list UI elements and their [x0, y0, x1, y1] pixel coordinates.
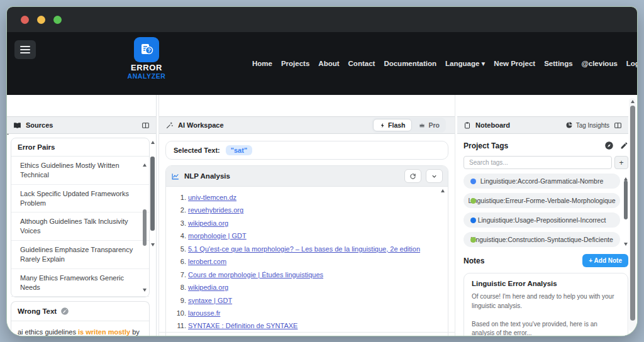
explore-compass-icon[interactable]: [604, 141, 614, 150]
nav-link[interactable]: Settings: [544, 60, 572, 67]
nlp-source-link[interactable]: morphologie | GDT: [188, 232, 247, 240]
nav-links: HomeProjectsAboutContactDocumentationLan…: [252, 32, 638, 95]
zoom-window-button[interactable]: [53, 16, 62, 24]
project-tag[interactable]: Linguistique:Construction-Syntactique-De…: [464, 232, 620, 247]
nlp-source-link[interactable]: SYNTAXE : Définition de SYNTAXE: [188, 322, 297, 329]
brand-name-line1: ERROR: [112, 63, 181, 72]
hamburger-menu-button[interactable]: [14, 40, 36, 59]
nlp-analysis-header: NLP Analysis: [166, 166, 448, 187]
edit-tags-pencil-icon[interactable]: [620, 141, 628, 150]
pie-chart-icon: [565, 121, 573, 129]
notes-title: Notes: [464, 256, 582, 265]
nav-link[interactable]: Logout: [626, 60, 638, 67]
noteboard-title: Noteboard: [475, 121, 510, 129]
refresh-icon: [409, 173, 416, 180]
project-tag[interactable]: Linguistique:Usage-Prepositionnel-Incorr…: [464, 212, 620, 228]
main-content: Sources Error Pairs Ethics Guidelines Mo…: [7, 95, 637, 336]
nlp-source-link[interactable]: wikipedia.org: [188, 219, 228, 227]
nlp-source-link[interactable]: Syntaxe : les règles de construction de …: [188, 335, 404, 336]
window-titlebar: [7, 7, 637, 32]
tag-insights-button[interactable]: Tag Insights: [565, 121, 609, 129]
sources-panel-header: Sources: [7, 116, 156, 134]
nlp-analysis-card: NLP Analysis univ-tlemcen.dzrevuehybride…: [165, 165, 448, 336]
chevron-down-icon: [431, 173, 438, 180]
project-tags-list: Linguistique:Accord-Grammatical-Nombre L…: [464, 174, 628, 247]
project-tag[interactable]: Linguistique:Erreur-Forme-Verbale-Morpho…: [464, 193, 620, 208]
nlp-source-link[interactable]: wikipedia.org: [188, 284, 228, 291]
nav-link[interactable]: Home: [252, 60, 272, 67]
refresh-button[interactable]: [404, 169, 421, 183]
nlp-source-link[interactable]: 5.1 Qu'est-ce que la morphologie? – Les …: [188, 245, 420, 253]
tag-color-dot: [470, 179, 476, 184]
tag-label: Linguistique:Accord-Grammatical-Nombre: [480, 177, 604, 185]
nlp-source-link[interactable]: larousse.fr: [188, 309, 220, 317]
error-pair-item[interactable]: Many Ethics Frameworks Generic Needs: [11, 269, 149, 297]
edit-pencil-circle-icon[interactable]: [60, 307, 69, 316]
wrong-text-paragraph: ai ethics guidelines is writen mostly by…: [11, 321, 149, 336]
tag-color-dot: [470, 237, 476, 243]
add-tag-button[interactable]: +: [614, 156, 628, 169]
magic-wand-icon: [165, 121, 174, 130]
noteboard-body: Project Tags + Lingu: [457, 135, 638, 336]
error-pair-item[interactable]: Although Guidelines Talk Inclusivity Voi…: [11, 212, 149, 241]
note-card[interactable]: Linguistic Error Analysis Of course! I'm…: [464, 273, 628, 336]
wrong-text-title: Wrong Text: [18, 307, 57, 315]
error-pairs-scrollbar[interactable]: [142, 163, 147, 292]
nav-link[interactable]: New Project: [494, 60, 535, 67]
svg-text:?: ?: [147, 47, 150, 53]
nlp-source-link[interactable]: Cours de morphologie | Études linguistiq…: [188, 271, 323, 279]
nav-link[interactable]: @clevious: [582, 60, 618, 67]
ai-workspace-header: AI Workspace Flash Pro: [159, 116, 455, 134]
nav-link[interactable]: Documentation: [384, 60, 436, 67]
nlp-source-item: univ-tlemcen.dz: [188, 193, 435, 203]
tags-list-scrollbar[interactable]: [623, 177, 628, 246]
columns-layout-icon[interactable]: [142, 121, 150, 130]
wrong-text-segment: is writen mostly: [78, 328, 130, 336]
ai-workspace-title: AI Workspace: [178, 121, 224, 129]
error-pair-item[interactable]: Lack Specific Updated Frameworks Problem: [11, 185, 149, 213]
nav-link[interactable]: Projects: [281, 60, 309, 67]
nlp-source-item: syntaxe | GDT: [188, 296, 435, 306]
selected-text-chip[interactable]: "sat": [226, 145, 252, 155]
columns-layout-icon[interactable]: [614, 121, 622, 130]
nav-link[interactable]: Language ▾: [445, 59, 485, 68]
nlp-source-link[interactable]: revuehybrides.org: [188, 206, 243, 214]
add-note-button[interactable]: + Add Note: [582, 254, 628, 267]
nlp-source-link[interactable]: univ-tlemcen.dz: [188, 194, 236, 201]
notes-list: Linguistic Error Analysis Of course! I'm…: [464, 273, 628, 336]
tag-label: Linguistique:Construction-Syntactique-De…: [470, 236, 613, 243]
error-pair-item[interactable]: Ethics Guidelines Mostly Written Technic…: [11, 157, 149, 185]
error-pair-item[interactable]: Guidelines Emphasize Transparency Rarely…: [11, 241, 149, 269]
nav-link[interactable]: Contact: [348, 60, 375, 67]
workspace-bottom-divider: [159, 332, 455, 333]
collapse-button[interactable]: [426, 169, 443, 183]
search-tags-input[interactable]: [464, 156, 612, 169]
sources-panel-scrollbar[interactable]: [150, 141, 155, 246]
error-pairs-title: Error Pairs: [11, 138, 149, 157]
minimize-window-button[interactable]: [37, 16, 45, 24]
project-tag[interactable]: Linguistique:Accord-Grammatical-Nombre: [464, 174, 620, 189]
brand-logo[interactable]: ? ERROR ANALYZER: [112, 37, 181, 80]
nlp-source-item: revuehybrides.org: [188, 206, 435, 216]
flash-mode-button[interactable]: Flash: [373, 119, 412, 131]
noteboard-header: Noteboard Tag Insights: [457, 116, 628, 134]
tag-label: Linguistique:Erreur-Forme-Verbale-Morpho…: [468, 197, 615, 204]
nlp-source-link[interactable]: lerobert.com: [188, 258, 226, 265]
nav-link[interactable]: About: [318, 60, 339, 67]
app-window: ? ERROR ANALYZER HomeProjectsAboutContac…: [6, 6, 638, 336]
main-scrollbar[interactable]: [629, 98, 636, 332]
close-window-button[interactable]: [21, 16, 29, 24]
pro-mode-button[interactable]: Pro: [413, 119, 445, 131]
nlp-analysis-body: univ-tlemcen.dzrevuehybrides.orgwikipedi…: [166, 187, 448, 336]
nlp-source-item: wikipedia.org: [188, 219, 435, 229]
note-body: Of course! I'm here and ready to help yo…: [472, 292, 620, 336]
crown-icon: [418, 122, 426, 128]
wrong-text-card: Wrong Text ai ethics guidelines is write…: [11, 301, 150, 336]
nlp-source-item: Syntaxe : les règles de construction de …: [188, 334, 435, 336]
nlp-source-link[interactable]: syntaxe | GDT: [188, 297, 232, 304]
nlp-source-item: morphologie | GDT: [188, 231, 435, 241]
nlp-card-scrollbar[interactable]: [440, 189, 445, 336]
nlp-source-links: univ-tlemcen.dzrevuehybrides.orgwikipedi…: [171, 193, 435, 336]
ai-workspace-body: Selected Text: "sat" NLP Analysis: [159, 135, 455, 336]
tag-color-dot: [470, 218, 476, 223]
